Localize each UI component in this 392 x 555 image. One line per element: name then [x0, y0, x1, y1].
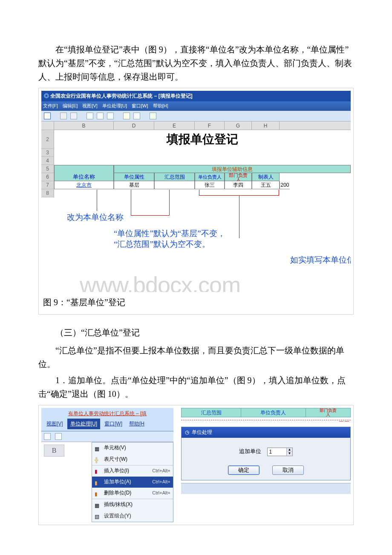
- copy-icon[interactable]: [55, 433, 62, 440]
- spin-down-icon[interactable]: ▼: [287, 452, 293, 455]
- delete-unit-icon: ▮: [95, 490, 102, 496]
- note-fill-truthfully: 如实填写本单位信: [290, 254, 351, 266]
- cut-icon[interactable]: [44, 433, 51, 440]
- menubar[interactable]: 文件[F] 编辑[E] 视图[V] 单位处理[U] 窗口[W] 帮助[H]: [41, 101, 351, 111]
- section-3-title: （三）“汇总单位”登记: [38, 326, 354, 339]
- strip-leader: 单位负责人: [241, 408, 306, 417]
- row-8-hdr[interactable]: 8: [41, 189, 54, 197]
- aux-header: 填报单位辅助信息: [114, 165, 351, 173]
- paragraph-2: “汇总单位”是指不但要上报本单位数据，而且要负责汇总下一级单位数据的单位。: [38, 344, 354, 371]
- callout-bracket: [199, 190, 279, 196]
- dialog-title: 单位处理: [192, 428, 212, 436]
- watermark: www.bdocx.com: [80, 266, 240, 292]
- menu-help[interactable]: 帮助[H]: [153, 103, 168, 108]
- grid-icon: ▦: [95, 445, 102, 451]
- row-2-hdr[interactable]: 2: [41, 130, 54, 149]
- preview-icon[interactable]: [70, 113, 77, 119]
- menu-edit[interactable]: 编辑[E]: [63, 103, 78, 108]
- insert-icon[interactable]: [123, 113, 130, 119]
- header-tabulator: 制表人: [252, 173, 280, 181]
- insert-unit-icon: ▮: [95, 468, 102, 474]
- dialog-screenshot: 汇总范围 单位负责人 部门负责 人 — — ◷ 单位处理 追加单位: [181, 408, 351, 522]
- copy-icon[interactable]: [97, 113, 104, 119]
- window-title: 全国农业行业国有单位人事劳动统计汇总系统 – [填报单位登记]: [50, 93, 192, 99]
- app-icon: ◎: [44, 93, 50, 99]
- col-B[interactable]: B: [54, 121, 114, 130]
- note-defaults: “单位属性”默认为“基层”不变， “汇总范围”默认为空不变。: [114, 228, 225, 250]
- print-icon[interactable]: [60, 113, 67, 119]
- menu-unit[interactable]: 单位处理[U]: [67, 419, 100, 429]
- menu-item-insert[interactable]: ▮ 插入单位(I) Ctrl+Alt+: [92, 465, 173, 477]
- strip-range: 汇总范围: [182, 408, 241, 417]
- col-G[interactable]: G: [225, 121, 252, 130]
- header-attr: 单位属性: [114, 173, 154, 181]
- cancel-button[interactable]: 取消: [272, 465, 304, 475]
- header-strip: 汇总范围 单位负责人 部门负责 人: [181, 408, 351, 417]
- left-titlebar: 有单位人事劳动统计汇总系统 – [填: [41, 408, 173, 419]
- row-4-hdr[interactable]: 4: [41, 157, 54, 165]
- menu-item-delete[interactable]: ▮ 删除单位(D) Ctrl+Alt+: [92, 488, 173, 499]
- cell-extra[interactable]: 200: [280, 181, 290, 189]
- cell-unit-name[interactable]: 北京市: [54, 181, 114, 189]
- menu-item-cell[interactable]: ▦ 单元格(V): [92, 442, 173, 454]
- row-3-hdr[interactable]: 3: [41, 149, 54, 157]
- header-dept: 部门负责 人: [225, 173, 252, 181]
- save-icon[interactable]: [44, 113, 51, 119]
- dialog-titlebar: ◷ 单位处理: [182, 427, 350, 438]
- resize-icon: ╬: [95, 456, 102, 462]
- row-6-hdr[interactable]: 6: [41, 173, 54, 181]
- menu-unit[interactable]: 单位处理[U]: [102, 103, 127, 108]
- exit-icon[interactable]: [150, 113, 156, 119]
- left-menubar[interactable]: 视图[V] 单位处理[U] 窗口[W] 帮助[H: [41, 419, 173, 431]
- form-title: 填报单位登记: [54, 130, 351, 149]
- figure-9-caption: 图 9：“基层单位”登记: [41, 292, 351, 309]
- menu-help[interactable]: 帮助[H: [127, 419, 147, 429]
- spin-box[interactable]: ▲ ▼: [267, 448, 293, 456]
- dialog-icon: ◷: [185, 428, 189, 436]
- toolbar: [41, 111, 351, 121]
- paragraph-3: 1．追加单位。点击“单位处理”中的“追加单位”（图 9），填入追加单位数，点击“…: [38, 373, 354, 401]
- cut-icon[interactable]: [86, 113, 93, 119]
- append-count-input[interactable]: [268, 448, 286, 456]
- col-H[interactable]: H: [252, 121, 280, 130]
- col-E[interactable]: E: [154, 121, 195, 130]
- cell-dept[interactable]: 李四: [225, 181, 252, 189]
- paragraph-1: 在“填报单位登记”表中（图 9），直接将“单位名”改为本单位名称，“单位属性”默…: [38, 43, 354, 84]
- ok-button[interactable]: 确定: [228, 465, 259, 475]
- menu-view[interactable]: 视图[V]: [82, 103, 97, 108]
- menu-item-size[interactable]: ╬ 表尺寸(W): [92, 454, 173, 465]
- header-leader: 单位负责人: [195, 173, 225, 181]
- spin-label: 追加单位: [239, 447, 261, 456]
- menu-item-append[interactable]: ▮ 追加单位(A) Ctrl+Alt+: [92, 477, 173, 488]
- cell-tabulator[interactable]: 王五: [252, 181, 280, 189]
- dropdown-menu[interactable]: ▦ 单元格(V) ╬ 表尺寸(W) ▮ 插入单位(I) Ctrl+Alt+ ▮: [92, 442, 173, 522]
- figure-9: ◎ 全国农业行业国有单位人事劳动统计汇总系统 – [填报单位登记] 文件[F] …: [38, 88, 354, 315]
- menu-window[interactable]: 窗口[W]: [132, 103, 148, 108]
- callout-line-2: [131, 190, 131, 215]
- table-icon[interactable]: [133, 113, 140, 119]
- callout-line-1: [97, 190, 97, 211]
- row-5-hdr[interactable]: 5: [41, 165, 54, 173]
- row-7-hdr[interactable]: 7: [41, 181, 54, 189]
- col-D[interactable]: D: [114, 121, 154, 130]
- cell-range[interactable]: [154, 181, 195, 189]
- header-range: 汇总范围: [154, 173, 195, 181]
- figure-10: 有单位人事劳动统计汇总系统 – [填 视图[V] 单位处理[U] 窗口[W] 帮…: [38, 405, 354, 525]
- menu-item-group[interactable]: ▧ 设置组合(Y): [92, 511, 173, 522]
- menu-item-line[interactable]: ▦ 插线/抹线(X): [92, 499, 173, 510]
- menu-screenshot: 有单位人事劳动统计汇总系统 – [填 视图[V] 单位处理[U] 窗口[W] 帮…: [41, 408, 173, 522]
- group-icon: ▧: [95, 513, 102, 519]
- strip-dept: 部门负责 人: [306, 408, 350, 417]
- left-toolbar: [41, 431, 173, 442]
- col-F[interactable]: F: [195, 121, 225, 130]
- menu-file[interactable]: 文件[F]: [43, 103, 58, 108]
- window-titlebar: ◎ 全国农业行业国有单位人事劳动统计汇总系统 – [填报单位登记]: [41, 91, 351, 101]
- col-B-header[interactable]: B: [44, 445, 64, 457]
- menu-view[interactable]: 视图[V]: [44, 419, 66, 429]
- dialog-bottom-strip: [181, 483, 351, 494]
- line-icon: ▦: [95, 502, 102, 508]
- cell-attr[interactable]: 基层: [114, 181, 154, 189]
- cell-leader[interactable]: 张三: [195, 181, 225, 189]
- menu-window[interactable]: 窗口[W]: [102, 419, 125, 429]
- paste-icon[interactable]: [107, 113, 114, 119]
